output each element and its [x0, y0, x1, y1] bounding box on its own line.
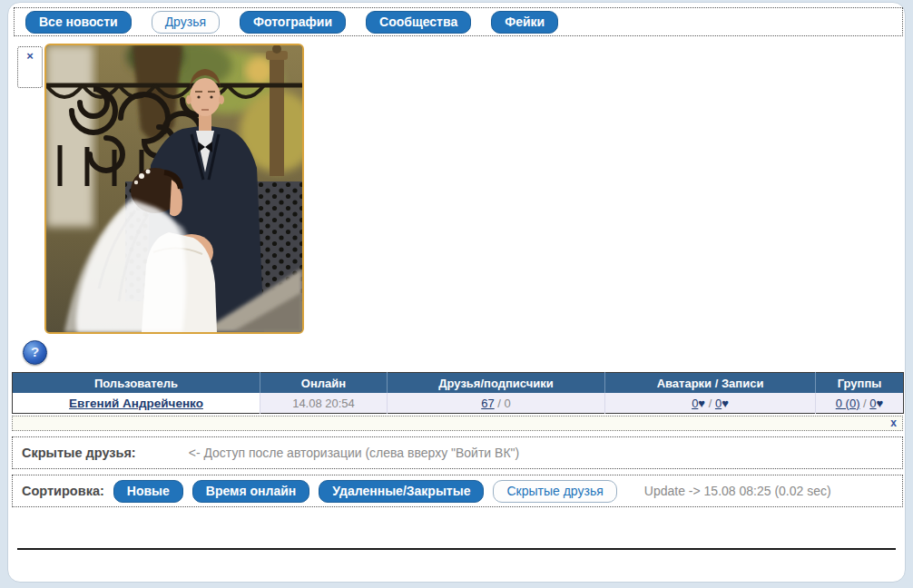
groups-likes-link[interactable]: 0: [869, 397, 876, 410]
heart-icon: ♥: [722, 397, 729, 410]
tab-friends[interactable]: Друзья: [152, 11, 220, 34]
update-status-text: Update -> 15.08 08:25 (0.02 sec): [644, 484, 831, 498]
tab-communities[interactable]: Сообщества: [366, 11, 471, 34]
user-name-link[interactable]: Евгений Андрейченко: [69, 397, 203, 410]
sort-new-button[interactable]: Новые: [113, 480, 183, 503]
col-online: Онлайн: [260, 373, 388, 394]
subscribers-count: 0: [505, 397, 511, 410]
heart-icon: ♥: [877, 397, 884, 410]
help-icon[interactable]: ?: [23, 340, 47, 365]
divider-line: [17, 548, 896, 550]
cell-online: 14.08 20:54: [260, 393, 388, 414]
col-avatars: Аватарки / Записи: [605, 373, 816, 394]
friends-count-link[interactable]: 67: [481, 397, 494, 410]
sort-deleted-closed-button[interactable]: Удаленные/Закрытые: [319, 480, 484, 503]
hidden-friends-label: Скрытые друзья:: [22, 446, 136, 460]
tab-all-news[interactable]: Все новости: [25, 11, 132, 34]
separator: /: [705, 397, 715, 410]
hidden-friends-section: Скрытые друзья: <- Доступ после авториза…: [12, 436, 903, 469]
dismiss-bar: x: [12, 416, 903, 431]
cell-friends: 67 / 0: [388, 393, 605, 414]
sorting-label: Сортировка:: [22, 484, 104, 498]
sorting-section: Сортировка: Новые Время онлайн Удаленные…: [12, 475, 903, 507]
close-icon[interactable]: ×: [26, 49, 34, 63]
wedding-photo-illustration: [46, 45, 302, 332]
heart-icon: ♥: [698, 397, 705, 410]
hidden-friends-hint: <- Доступ после авторизации (слева вверх…: [189, 446, 519, 460]
main-panel: Все новости Друзья Фотографии Сообщества…: [7, 2, 906, 583]
col-user: Пользователь: [13, 373, 260, 394]
top-navigation: Все новости Друзья Фотографии Сообщества…: [14, 7, 903, 36]
user-table-wrap: Пользователь Онлайн Друзья/подписчики Ав…: [12, 372, 903, 414]
col-groups: Группы: [816, 373, 904, 394]
cell-user: Евгений Андрейченко: [13, 393, 260, 414]
groups-count-link[interactable]: 0 (0): [836, 397, 860, 410]
photo-close-box[interactable]: ×: [17, 46, 43, 88]
sort-online-time-button[interactable]: Время онлайн: [192, 480, 309, 503]
table-header-row: Пользователь Онлайн Друзья/подписчики Ав…: [13, 373, 904, 394]
cell-avatars: 0♥ / 0♥: [605, 393, 816, 414]
table-row: Евгений Андрейченко 14.08 20:54 67 / 0 0…: [13, 393, 904, 414]
col-friends: Друзья/подписчики: [388, 373, 605, 394]
sort-hidden-friends-button[interactable]: Скрытые друзья: [493, 480, 616, 503]
tab-fakes[interactable]: Фейки: [491, 11, 558, 34]
separator: /: [495, 397, 505, 410]
user-table: Пользователь Онлайн Друзья/подписчики Ав…: [12, 372, 904, 414]
separator: /: [859, 397, 869, 410]
user-avatar-photo[interactable]: [44, 44, 304, 334]
close-icon[interactable]: x: [890, 416, 897, 429]
tab-photos[interactable]: Фотографии: [240, 11, 346, 34]
cell-groups: 0 (0) / 0♥: [816, 393, 904, 414]
